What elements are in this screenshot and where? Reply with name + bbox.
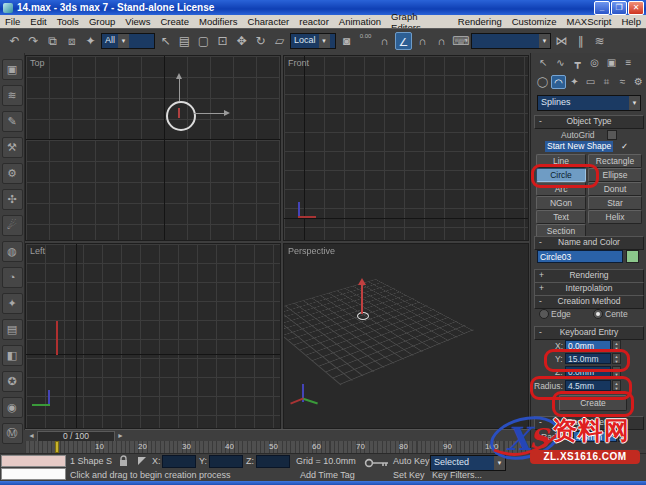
viewport-label[interactable]: Perspective: [288, 246, 335, 256]
select-move-button[interactable]: ✥: [233, 32, 250, 50]
left-toolbar-icon[interactable]: ✪: [2, 371, 23, 392]
viewport-label[interactable]: Left: [30, 246, 45, 256]
left-toolbar-icon[interactable]: ≋: [2, 85, 23, 106]
circle-shape[interactable]: [357, 312, 369, 320]
track-bar[interactable]: 10 20 30 40 50 60 70 80 90 100: [25, 441, 530, 453]
menu-create[interactable]: Create: [155, 16, 194, 27]
menu-views[interactable]: Views: [120, 16, 155, 27]
selection-filter-dropdown[interactable]: All ▼: [101, 33, 155, 49]
category-cameras[interactable]: ▭: [583, 75, 598, 89]
x-coord-field[interactable]: [162, 455, 196, 468]
viewport-left[interactable]: Left: [25, 243, 281, 429]
edge-radio[interactable]: [539, 309, 549, 319]
macro-recorder-field[interactable]: [1, 455, 66, 467]
category-shapes[interactable]: ◠: [551, 75, 566, 89]
rollout-object-type[interactable]: - Object Type: [534, 115, 644, 129]
keyboard-override-button[interactable]: ⌨: [452, 32, 469, 50]
object-name-field[interactable]: Circle03: [537, 250, 623, 263]
y-coord-field[interactable]: [209, 455, 243, 468]
select-scale-button[interactable]: ▱: [271, 32, 288, 50]
left-toolbar-icon[interactable]: ◧: [2, 345, 23, 366]
mirror-button[interactable]: ⋈: [553, 32, 570, 50]
select-rotate-button[interactable]: ↻: [252, 32, 269, 50]
redo-button[interactable]: ↷: [25, 32, 42, 50]
left-toolbar-icon[interactable]: ✦: [2, 293, 23, 314]
button-ngon[interactable]: NGon: [536, 196, 586, 210]
start-new-shape-label[interactable]: Start New Shape: [545, 141, 613, 152]
left-toolbar-icon[interactable]: ▣: [2, 59, 23, 80]
menu-customize[interactable]: Customize: [507, 16, 562, 27]
minimize-button[interactable]: _: [594, 1, 610, 15]
viewport-perspective[interactable]: Perspective: [283, 243, 529, 429]
align-button[interactable]: ∥: [572, 32, 589, 50]
rollout-interpolation[interactable]: + Interpolation: [534, 282, 644, 296]
category-lights[interactable]: ✦: [567, 75, 582, 89]
menu-maxscript[interactable]: MAXScript: [562, 16, 617, 27]
button-star[interactable]: Star: [588, 196, 642, 210]
tab-modify[interactable]: ∿: [553, 56, 568, 70]
chevron-down-icon[interactable]: ▼: [539, 34, 550, 48]
rollout-keyboard-entry[interactable]: - Keyboard Entry: [534, 326, 644, 340]
viewport-top[interactable]: Top: [25, 55, 281, 241]
autogrid-checkbox[interactable]: [607, 130, 617, 140]
tab-create[interactable]: ↖: [536, 56, 551, 70]
bind-spacewarp-button[interactable]: ✦: [82, 32, 99, 50]
select-link-button[interactable]: ⧉: [44, 32, 61, 50]
percent-snap-button[interactable]: ∩: [414, 32, 431, 50]
category-spacewarps[interactable]: ≈: [615, 75, 630, 89]
center-radio[interactable]: [593, 309, 603, 319]
button-helix[interactable]: Helix: [588, 210, 642, 224]
spinner-snap-button[interactable]: ∩: [433, 32, 450, 50]
window-crossing-button[interactable]: ⊡: [214, 32, 231, 50]
tab-motion[interactable]: ◎: [587, 56, 602, 70]
chevron-down-icon[interactable]: ▼: [629, 96, 640, 110]
menu-rendering[interactable]: Rendering: [453, 16, 507, 27]
chevron-down-icon[interactable]: ▼: [118, 34, 129, 48]
pivot-center-button[interactable]: ◙: [338, 32, 355, 50]
left-toolbar-icon[interactable]: ✣: [2, 189, 23, 210]
left-toolbar-icon[interactable]: ◍: [2, 241, 23, 262]
tab-display[interactable]: ▣: [604, 56, 619, 70]
menu-file[interactable]: File: [0, 16, 25, 27]
menu-modifiers[interactable]: Modifiers: [194, 16, 243, 27]
listener-field[interactable]: [1, 468, 66, 480]
left-toolbar-icon[interactable]: ◔: [2, 267, 23, 288]
undo-button[interactable]: ↶: [6, 32, 23, 50]
maximize-button[interactable]: ❐: [611, 1, 627, 15]
coordinate-system-dropdown[interactable]: Local ▼: [290, 33, 336, 49]
rollout-creation-method[interactable]: - Creation Method: [534, 295, 644, 309]
left-toolbar-icon[interactable]: ◉: [2, 397, 23, 418]
left-toolbar-icon[interactable]: ✎: [2, 111, 23, 132]
key-icon[interactable]: [364, 457, 390, 469]
selection-region-button[interactable]: ▢: [195, 32, 212, 50]
menu-reactor[interactable]: reactor: [294, 16, 334, 27]
set-key-button[interactable]: Set Key: [393, 470, 425, 480]
menu-group[interactable]: Group: [84, 16, 120, 27]
selection-lock-icon[interactable]: [118, 455, 129, 467]
prev-frame-arrow[interactable]: ◄: [28, 431, 35, 441]
button-text[interactable]: Text: [536, 210, 586, 224]
start-new-shape-check[interactable]: ✓: [621, 141, 628, 152]
menu-edit[interactable]: Edit: [25, 16, 51, 27]
snap-toggle-button[interactable]: ∩: [376, 32, 393, 50]
left-toolbar-icon[interactable]: ⚒: [2, 137, 23, 158]
menu-character[interactable]: Character: [243, 16, 295, 27]
left-toolbar-icon[interactable]: Ⓜ: [2, 423, 23, 444]
key-filters-button[interactable]: Key Filters...: [432, 470, 482, 480]
select-by-name-button[interactable]: ▤: [176, 32, 193, 50]
viewport-label[interactable]: Front: [288, 58, 309, 68]
menu-tools[interactable]: Tools: [52, 16, 84, 27]
chevron-down-icon[interactable]: ▼: [319, 34, 330, 48]
menu-animation[interactable]: Animation: [334, 16, 386, 27]
object-color-swatch[interactable]: [626, 250, 639, 263]
add-time-tag[interactable]: Add Time Tag: [300, 470, 355, 480]
tab-hierarchy[interactable]: ┳: [570, 56, 585, 70]
menu-help[interactable]: Help: [616, 16, 646, 27]
circle-shape[interactable]: [166, 101, 196, 131]
category-helpers[interactable]: ⌗: [599, 75, 614, 89]
rollout-name-color[interactable]: - Name and Color: [534, 236, 644, 250]
circle-shape-edge[interactable]: [56, 321, 58, 355]
unlink-button[interactable]: ⧈: [63, 32, 80, 50]
tab-utilities[interactable]: ≡: [621, 56, 636, 70]
auto-key-button[interactable]: Auto Key: [393, 456, 430, 466]
